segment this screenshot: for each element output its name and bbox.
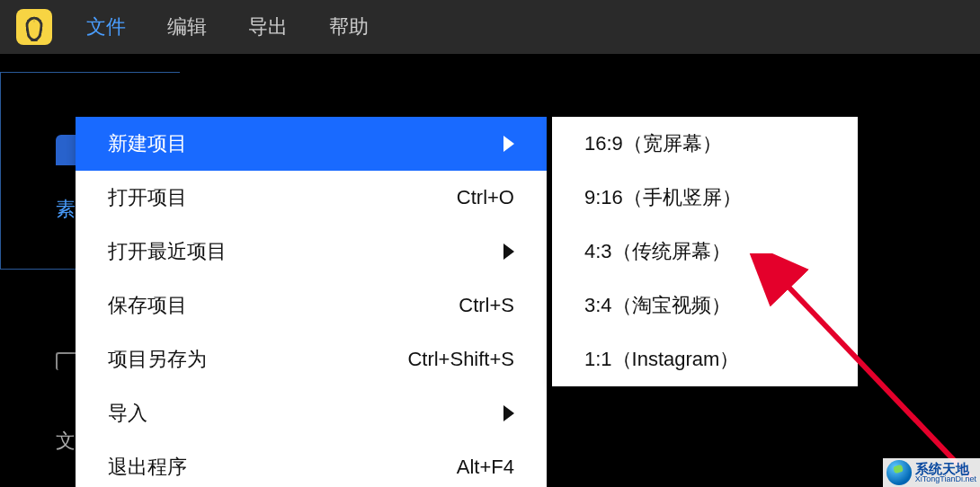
sidebar-tab-label: 素 — [56, 196, 76, 223]
menu-item-save-as[interactable]: 项目另存为 Ctrl+Shift+S — [76, 332, 547, 386]
menu-item-label: 退出程序 — [108, 454, 457, 481]
submenu-item-3-4[interactable]: 3:4（淘宝视频） — [552, 279, 858, 332]
watermark: 系统天地 XiTongTianDi.net — [883, 458, 980, 487]
globe-icon — [886, 460, 912, 485]
content-area: 素 文 新建项目 打开项目 Ctrl+O 打开最近项目 保存项目 Ctrl+S … — [0, 54, 980, 487]
menu-help[interactable]: 帮助 — [322, 10, 376, 44]
menu-item-open-project[interactable]: 打开项目 Ctrl+O — [76, 171, 547, 225]
submenu-item-4-3[interactable]: 4:3（传统屏幕） — [552, 225, 858, 279]
submenu-item-1-1[interactable]: 1:1（Instagram） — [552, 332, 858, 386]
app-logo[interactable] — [16, 9, 52, 45]
menu-item-label: 打开项目 — [108, 184, 457, 211]
partial-text: 文 — [56, 428, 76, 455]
menu-item-exit[interactable]: 退出程序 Alt+F4 — [76, 440, 547, 487]
menu-item-open-recent[interactable]: 打开最近项目 — [76, 225, 547, 279]
menu-item-shortcut: Ctrl+S — [459, 294, 514, 317]
topbar: 文件 编辑 导出 帮助 — [0, 0, 980, 54]
chevron-right-icon — [503, 244, 514, 260]
file-dropdown: 新建项目 打开项目 Ctrl+O 打开最近项目 保存项目 Ctrl+S 项目另存… — [76, 117, 547, 487]
watermark-cn: 系统天地 — [915, 462, 976, 475]
chevron-right-icon — [503, 136, 514, 152]
menu-item-label: 保存项目 — [108, 292, 459, 319]
menu-item-shortcut: Ctrl+Shift+S — [407, 348, 514, 371]
submenu-item-16-9[interactable]: 16:9（宽屏幕） — [552, 117, 858, 171]
chevron-right-icon — [503, 405, 514, 421]
menu-item-new-project[interactable]: 新建项目 — [76, 117, 547, 171]
menu-export[interactable]: 导出 — [241, 10, 295, 44]
menu-item-label: 导入 — [108, 400, 503, 427]
menu-file[interactable]: 文件 — [79, 10, 133, 44]
menu-item-label: 项目另存为 — [108, 346, 407, 373]
menu-item-label: 打开最近项目 — [108, 238, 503, 265]
menu-item-import[interactable]: 导入 — [76, 386, 547, 440]
menu-edit[interactable]: 编辑 — [160, 10, 214, 44]
menu-item-shortcut: Ctrl+O — [457, 186, 514, 209]
menu-item-shortcut: Alt+F4 — [457, 456, 514, 479]
menu-item-save-project[interactable]: 保存项目 Ctrl+S — [76, 279, 547, 332]
watermark-en: XiTongTianDi.net — [915, 475, 976, 483]
new-project-submenu: 16:9（宽屏幕） 9:16（手机竖屏） 4:3（传统屏幕） 3:4（淘宝视频）… — [552, 117, 858, 386]
logo-icon — [24, 15, 44, 39]
menu-item-label: 新建项目 — [108, 130, 503, 157]
submenu-item-9-16[interactable]: 9:16（手机竖屏） — [552, 171, 858, 225]
watermark-text: 系统天地 XiTongTianDi.net — [915, 462, 976, 483]
